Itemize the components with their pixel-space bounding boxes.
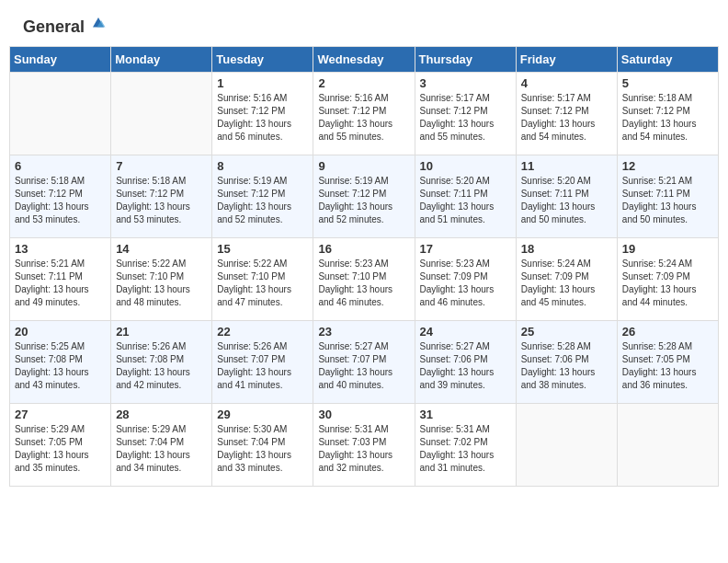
day-number: 14 (116, 242, 207, 256)
cell-info: Sunrise: 5:20 AMSunset: 7:11 PMDaylight:… (420, 175, 511, 226)
calendar-cell: 23Sunrise: 5:27 AMSunset: 7:07 PMDayligh… (313, 320, 415, 403)
day-number: 13 (15, 242, 106, 256)
cell-info: Sunrise: 5:27 AMSunset: 7:07 PMDaylight:… (318, 340, 409, 392)
calendar-cell: 25Sunrise: 5:28 AMSunset: 7:06 PMDayligh… (516, 320, 617, 403)
cell-info: Sunrise: 5:21 AMSunset: 7:11 PMDaylight:… (15, 258, 106, 309)
day-number: 4 (521, 76, 612, 90)
calendar-cell: 9Sunrise: 5:19 AMSunset: 7:12 PMDaylight… (313, 155, 415, 237)
calendar-cell (111, 72, 212, 155)
day-number: 29 (217, 408, 308, 421)
calendar-cell: 24Sunrise: 5:27 AMSunset: 7:06 PMDayligh… (415, 320, 516, 403)
cell-info: Sunrise: 5:17 AMSunset: 7:12 PMDaylight:… (420, 92, 511, 144)
calendar-header-row: SundayMondayTuesdayWednesdayThursdayFrid… (10, 46, 719, 72)
calendar-header-sunday: Sunday (10, 46, 111, 72)
cell-info: Sunrise: 5:20 AMSunset: 7:11 PMDaylight:… (521, 175, 612, 226)
calendar-cell: 17Sunrise: 5:23 AMSunset: 7:09 PMDayligh… (415, 237, 516, 320)
day-number: 31 (420, 408, 511, 421)
calendar-cell: 30Sunrise: 5:31 AMSunset: 7:03 PMDayligh… (313, 403, 415, 486)
calendar-cell: 21Sunrise: 5:26 AMSunset: 7:08 PMDayligh… (111, 320, 212, 403)
cell-info: Sunrise: 5:31 AMSunset: 7:03 PMDaylight:… (318, 423, 409, 475)
day-number: 15 (217, 242, 308, 256)
calendar-cell: 1Sunrise: 5:16 AMSunset: 7:12 PMDaylight… (212, 72, 313, 155)
calendar-cell: 8Sunrise: 5:19 AMSunset: 7:12 PMDaylight… (212, 155, 313, 237)
day-number: 2 (318, 76, 409, 90)
calendar-header-wednesday: Wednesday (313, 46, 415, 72)
day-number: 20 (15, 325, 106, 339)
day-number: 19 (622, 242, 713, 256)
day-number: 5 (622, 76, 713, 90)
cell-info: Sunrise: 5:18 AMSunset: 7:12 PMDaylight:… (15, 175, 106, 226)
cell-info: Sunrise: 5:21 AMSunset: 7:11 PMDaylight:… (622, 175, 713, 226)
day-number: 9 (318, 159, 409, 173)
calendar-header-monday: Monday (111, 46, 212, 72)
calendar-header-thursday: Thursday (415, 46, 516, 72)
calendar-cell: 3Sunrise: 5:17 AMSunset: 7:12 PMDaylight… (415, 72, 516, 155)
cell-info: Sunrise: 5:26 AMSunset: 7:07 PMDaylight:… (217, 340, 308, 392)
cell-info: Sunrise: 5:22 AMSunset: 7:10 PMDaylight:… (217, 258, 308, 309)
cell-info: Sunrise: 5:17 AMSunset: 7:12 PMDaylight:… (521, 92, 612, 144)
day-number: 25 (521, 325, 612, 339)
calendar-cell (617, 403, 718, 486)
day-number: 16 (318, 242, 409, 256)
calendar-cell: 2Sunrise: 5:16 AMSunset: 7:12 PMDaylight… (313, 72, 415, 155)
calendar-cell: 28Sunrise: 5:29 AMSunset: 7:04 PMDayligh… (111, 403, 212, 486)
cell-info: Sunrise: 5:30 AMSunset: 7:04 PMDaylight:… (217, 423, 308, 475)
day-number: 30 (318, 408, 409, 421)
cell-info: Sunrise: 5:16 AMSunset: 7:12 PMDaylight:… (318, 92, 409, 144)
page-header: General (9, 9, 719, 41)
calendar-cell: 18Sunrise: 5:24 AMSunset: 7:09 PMDayligh… (516, 237, 617, 320)
cell-info: Sunrise: 5:23 AMSunset: 7:09 PMDaylight:… (420, 258, 511, 309)
cell-info: Sunrise: 5:25 AMSunset: 7:08 PMDaylight:… (15, 340, 106, 392)
calendar-cell: 13Sunrise: 5:21 AMSunset: 7:11 PMDayligh… (10, 237, 111, 320)
cell-info: Sunrise: 5:19 AMSunset: 7:12 PMDaylight:… (217, 175, 308, 226)
calendar-week-row: 6Sunrise: 5:18 AMSunset: 7:12 PMDaylight… (10, 155, 719, 237)
day-number: 22 (217, 325, 308, 339)
calendar-cell: 16Sunrise: 5:23 AMSunset: 7:10 PMDayligh… (313, 237, 415, 320)
calendar-cell: 11Sunrise: 5:20 AMSunset: 7:11 PMDayligh… (516, 155, 617, 237)
day-number: 27 (15, 408, 106, 421)
day-number: 26 (622, 325, 713, 339)
calendar-header-tuesday: Tuesday (212, 46, 313, 72)
calendar-cell (10, 72, 111, 155)
calendar-cell: 14Sunrise: 5:22 AMSunset: 7:10 PMDayligh… (111, 237, 212, 320)
calendar-cell: 15Sunrise: 5:22 AMSunset: 7:10 PMDayligh… (212, 237, 313, 320)
calendar-cell: 27Sunrise: 5:29 AMSunset: 7:05 PMDayligh… (10, 403, 111, 486)
calendar-cell: 26Sunrise: 5:28 AMSunset: 7:05 PMDayligh… (617, 320, 718, 403)
calendar-cell (516, 403, 617, 486)
calendar-cell: 31Sunrise: 5:31 AMSunset: 7:02 PMDayligh… (415, 403, 516, 486)
calendar-cell: 6Sunrise: 5:18 AMSunset: 7:12 PMDaylight… (10, 155, 111, 237)
cell-info: Sunrise: 5:29 AMSunset: 7:05 PMDaylight:… (15, 423, 106, 475)
day-number: 17 (420, 242, 511, 256)
cell-info: Sunrise: 5:27 AMSunset: 7:06 PMDaylight:… (420, 340, 511, 392)
logo-general: General (23, 18, 108, 37)
calendar-week-row: 20Sunrise: 5:25 AMSunset: 7:08 PMDayligh… (10, 320, 719, 403)
cell-info: Sunrise: 5:18 AMSunset: 7:12 PMDaylight:… (622, 92, 713, 144)
day-number: 23 (318, 325, 409, 339)
cell-info: Sunrise: 5:19 AMSunset: 7:12 PMDaylight:… (318, 175, 409, 226)
day-number: 21 (116, 325, 207, 339)
calendar-cell: 5Sunrise: 5:18 AMSunset: 7:12 PMDaylight… (617, 72, 718, 155)
calendar-cell: 22Sunrise: 5:26 AMSunset: 7:07 PMDayligh… (212, 320, 313, 403)
calendar-header-saturday: Saturday (617, 46, 718, 72)
day-number: 6 (15, 159, 106, 173)
calendar-cell: 7Sunrise: 5:18 AMSunset: 7:12 PMDaylight… (111, 155, 212, 237)
calendar-table: SundayMondayTuesdayWednesdayThursdayFrid… (9, 46, 719, 487)
cell-info: Sunrise: 5:16 AMSunset: 7:12 PMDaylight:… (217, 92, 308, 144)
day-number: 1 (217, 76, 308, 90)
day-number: 8 (217, 159, 308, 173)
cell-info: Sunrise: 5:29 AMSunset: 7:04 PMDaylight:… (116, 423, 207, 475)
calendar-week-row: 1Sunrise: 5:16 AMSunset: 7:12 PMDaylight… (10, 72, 719, 155)
day-number: 3 (420, 76, 511, 90)
cell-info: Sunrise: 5:23 AMSunset: 7:10 PMDaylight:… (318, 258, 409, 309)
cell-info: Sunrise: 5:24 AMSunset: 7:09 PMDaylight:… (521, 258, 612, 309)
cell-info: Sunrise: 5:18 AMSunset: 7:12 PMDaylight:… (116, 175, 207, 226)
cell-info: Sunrise: 5:26 AMSunset: 7:08 PMDaylight:… (116, 340, 207, 392)
day-number: 28 (116, 408, 207, 421)
calendar-week-row: 27Sunrise: 5:29 AMSunset: 7:05 PMDayligh… (10, 403, 719, 486)
logo: General (23, 18, 108, 37)
day-number: 18 (521, 242, 612, 256)
cell-info: Sunrise: 5:31 AMSunset: 7:02 PMDaylight:… (420, 423, 511, 475)
calendar-cell: 10Sunrise: 5:20 AMSunset: 7:11 PMDayligh… (415, 155, 516, 237)
day-number: 11 (521, 159, 612, 173)
calendar-cell: 19Sunrise: 5:24 AMSunset: 7:09 PMDayligh… (617, 237, 718, 320)
